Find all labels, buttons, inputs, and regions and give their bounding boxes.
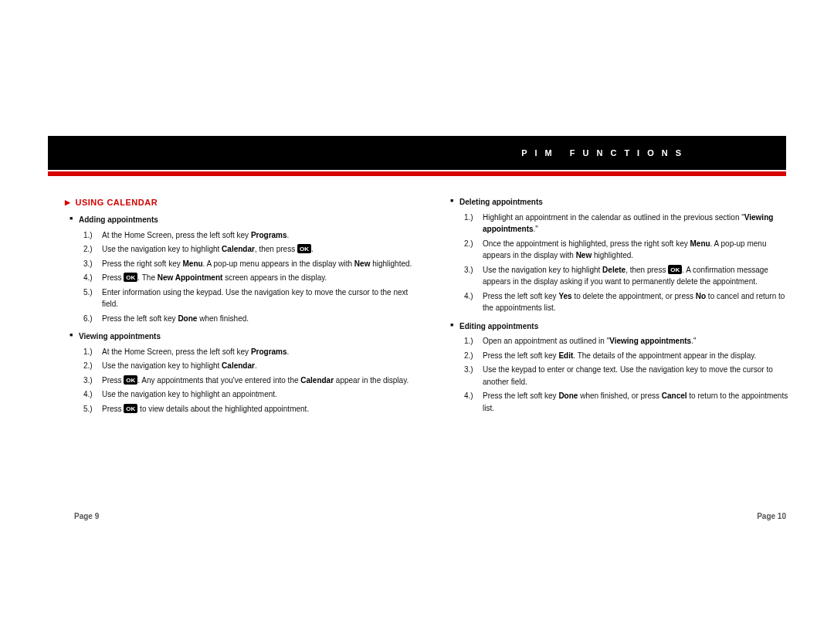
page-footer: Page 9 Page 10 <box>74 512 786 520</box>
step-item: Press the right soft key Menu. A pop-up … <box>88 258 415 270</box>
text: Press the right soft key <box>102 259 183 268</box>
step-item: Use the navigation key to highlight Cale… <box>88 243 415 256</box>
text: Press the left soft key <box>483 351 558 360</box>
bold: Yes <box>558 292 571 300</box>
text: , then press <box>255 245 297 253</box>
right-column: Deleting appointments Highlight an appoi… <box>446 193 795 520</box>
text: Enter information using the keypad. Use … <box>102 288 408 309</box>
step-item: Open an appointment as outlined in "View… <box>469 335 795 347</box>
bold: No <box>696 292 706 300</box>
text: At the Home Screen, press the left soft … <box>102 347 251 356</box>
text: Use the navigation key to highlight <box>102 245 222 253</box>
text: . The details of the appointment appear … <box>573 351 756 360</box>
left-column: USING CALENDAR Adding appointments At th… <box>65 193 415 520</box>
steps-deleting: Highlight an appointment in the calendar… <box>469 212 795 314</box>
section-title-using-calendar: USING CALENDAR <box>65 196 415 209</box>
text: Use the navigation key to highlight an a… <box>102 390 277 398</box>
step-item: At the Home Screen, press the left soft … <box>88 346 415 358</box>
text: Open an appointment as outlined in " <box>483 337 609 345</box>
text: At the Home Screen, press the left soft … <box>102 231 251 239</box>
step-item: Enter information using the keypad. Use … <box>88 286 415 310</box>
text: . <box>255 361 257 370</box>
bold: Viewing appointments <box>609 337 691 345</box>
page-number-left: Page 9 <box>74 512 99 520</box>
text: to view details about the highlighted ap… <box>137 405 309 413</box>
ok-key-icon: OK <box>124 404 137 413</box>
text: when finished, or press <box>578 391 661 400</box>
text: Press the left soft key <box>102 314 178 323</box>
steps-adding: At the Home Screen, press the left soft … <box>88 229 415 325</box>
text: highlighted. <box>370 259 412 268</box>
step-item: Press the left soft key Done when finish… <box>469 390 795 414</box>
bold: Menu <box>183 259 203 268</box>
text: Use the keypad to enter or change text. … <box>483 365 773 386</box>
bold: New <box>576 251 592 259</box>
bold: Calendar <box>222 361 255 370</box>
ok-key-icon: OK <box>668 265 682 274</box>
bold: Calendar <box>300 376 334 385</box>
content-columns: USING CALENDAR Adding appointments At th… <box>65 193 795 520</box>
text: Press the left soft key <box>483 391 558 400</box>
text: . The <box>137 273 157 282</box>
bold: New <box>354 259 371 268</box>
text: Use the navigation key to highlight <box>102 361 222 370</box>
step-item: Use the navigation key to highlight an a… <box>88 388 415 401</box>
text: Use the navigation key to highlight <box>483 266 602 274</box>
text: Highlight an appointment in the calendar… <box>483 213 744 222</box>
bold: Programs <box>251 231 287 239</box>
ok-key-icon: OK <box>124 375 137 385</box>
bold: Edit <box>558 351 573 360</box>
accent-bar <box>48 171 786 176</box>
text: . Any appointments that you've entered i… <box>137 376 300 385</box>
text: ." <box>691 337 696 345</box>
text: ." <box>534 225 538 233</box>
ok-key-icon: OK <box>124 273 137 282</box>
bold: Delete <box>602 266 626 274</box>
text: . A pop-up menu appears in the display w… <box>203 259 354 268</box>
subheading-deleting: Deleting appointments <box>459 196 795 208</box>
ok-key-icon: OK <box>297 244 311 253</box>
text: . <box>311 245 314 253</box>
step-item: Once the appointment is highlighted, pre… <box>469 238 795 262</box>
header-bar: PIM FUNCTIONS <box>48 136 786 170</box>
text: . <box>287 347 290 356</box>
text: , then press <box>626 266 668 274</box>
text: when finished. <box>197 314 249 323</box>
subheading-viewing: Viewing appointments <box>79 330 415 343</box>
bold: Programs <box>251 347 287 356</box>
text: Press <box>102 405 124 413</box>
bold: Done <box>178 314 197 323</box>
text: highlighted. <box>592 251 633 259</box>
document-page: PIM FUNCTIONS USING CALENDAR Adding appo… <box>0 0 834 644</box>
text: screen appears in the display. <box>222 273 327 282</box>
steps-viewing: At the Home Screen, press the left soft … <box>88 346 415 415</box>
step-item: Press the left soft key Yes to delete th… <box>469 290 795 314</box>
step-item: Use the navigation key to highlight Dele… <box>469 264 795 288</box>
bold: New Appointment <box>158 273 223 282</box>
step-item: At the Home Screen, press the left soft … <box>88 229 415 242</box>
step-item: Press the left soft key Edit. The detail… <box>469 350 795 362</box>
step-item: Press the left soft key Done when finish… <box>88 313 415 325</box>
step-item: Press OK. The New Appointment screen app… <box>88 272 415 284</box>
bold: Cancel <box>662 391 687 400</box>
text: . <box>287 231 290 239</box>
steps-editing: Open an appointment as outlined in "View… <box>469 335 795 414</box>
page-number-right: Page 10 <box>757 512 786 520</box>
header-title: PIM FUNCTIONS <box>521 148 689 158</box>
bold: Menu <box>690 239 710 248</box>
text: to delete the appointment, or press <box>572 292 696 300</box>
subheading-adding: Adding appointments <box>79 214 415 226</box>
text: Press <box>102 376 124 385</box>
bold: Calendar <box>222 245 255 253</box>
step-item: Press OK. Any appointments that you've e… <box>88 375 415 387</box>
bold: Done <box>558 391 578 400</box>
text: Press the left soft key <box>483 292 558 300</box>
step-item: Use the keypad to enter or change text. … <box>469 364 795 388</box>
step-item: Use the navigation key to highlight Cale… <box>88 360 415 372</box>
step-item: Highlight an appointment in the calendar… <box>469 212 795 236</box>
subheading-editing: Editing appointments <box>459 320 795 333</box>
text: Press <box>102 273 124 282</box>
step-item: Press OK to view details about the highl… <box>88 403 415 415</box>
text: Once the appointment is highlighted, pre… <box>483 239 690 248</box>
text: appear in the display. <box>334 376 409 385</box>
